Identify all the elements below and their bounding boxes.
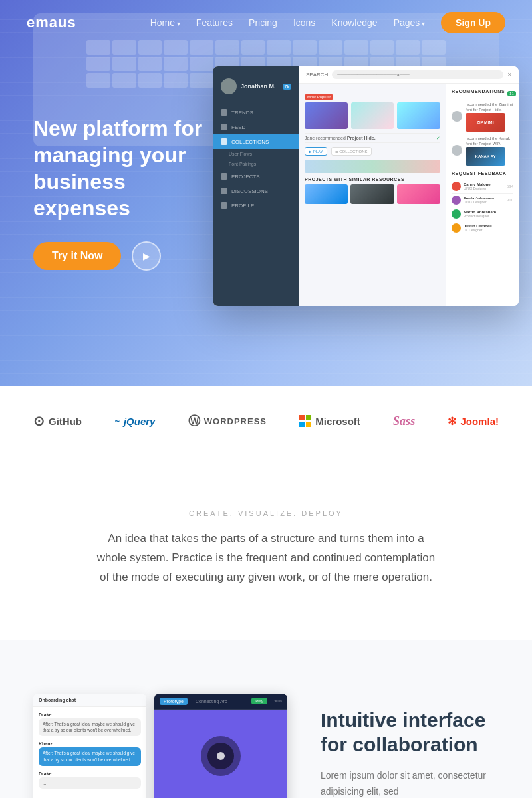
profile-icon: [221, 202, 227, 209]
feedback-title: REQUEST FEEDBACK: [452, 171, 513, 176]
proto-tab-prototype[interactable]: Prototype: [160, 698, 188, 705]
rec-avatar-2: [452, 145, 462, 156]
play-action-button[interactable]: ▶ PLAY: [305, 147, 327, 156]
hero-content: New platform for managing your business …: [0, 115, 213, 271]
projects-icon: [221, 173, 227, 180]
proj-card-2[interactable]: [350, 184, 394, 204]
collections-action-button[interactable]: ☰ COLLECTIONS: [331, 147, 372, 156]
brand-label: jQuery: [124, 416, 156, 427]
brand-github: ⊙ GitHub: [33, 413, 82, 429]
close-icon[interactable]: ✕: [507, 72, 512, 78]
chat-sender-1: Drake: [39, 712, 141, 717]
mockup-right-panel: RECOMMENDATIONS 11 recommended the Ziami…: [446, 84, 519, 306]
nav-icons[interactable]: Icons: [293, 17, 315, 28]
collab-mockups: Onboarding chat Drake After: That's a gr…: [33, 694, 287, 798]
recommendations-header: RECOMMENDATIONS 11: [452, 89, 513, 98]
card-grid: [305, 102, 440, 129]
feedback-section: REQUEST FEEDBACK Danny Malone UI/UX Desi…: [452, 171, 513, 235]
nav-features[interactable]: Features: [196, 17, 233, 28]
brand-label: Microsoft: [315, 416, 360, 427]
features-description: An idea that takes the parts of a struct…: [93, 529, 439, 587]
signup-button[interactable]: Sign Up: [441, 12, 505, 33]
search-bar[interactable]: ──────────────────●───: [332, 70, 503, 79]
chat-sender-3: Drake: [39, 771, 141, 776]
trends-icon: [221, 109, 227, 116]
feedback-avatar-2: [452, 196, 461, 205]
nav-pages[interactable]: Pages: [394, 17, 425, 28]
brand-sass: Sass: [393, 414, 415, 428]
brand-microsoft: Microsoft: [299, 415, 360, 427]
proto-circle: [201, 736, 241, 776]
mockup-sidebar: Jonathan M. 7k TRENDS FEED COLLECTIONS U…: [213, 66, 299, 306]
chat-sender-2: Khanz: [39, 741, 141, 746]
collab-text: Intuitive interface for collaboration Lo…: [321, 708, 499, 798]
nav-home[interactable]: Home: [150, 17, 180, 28]
action-buttons: ▶ PLAY ☰ COLLECTIONS: [305, 147, 440, 156]
proto-play-button[interactable]: Play: [251, 698, 267, 704]
proj-card-3[interactable]: [397, 184, 440, 204]
proto-body: [154, 710, 287, 798]
proj-card-1[interactable]: [305, 184, 348, 204]
sidebar-item-discussions[interactable]: DISCUSSIONS: [213, 184, 299, 198]
card-2[interactable]: [351, 102, 394, 129]
brand-label: GitHub: [49, 416, 82, 427]
wordpress-icon: Ⓦ: [188, 413, 200, 429]
sidebar-sub-userflows[interactable]: User Flows: [213, 149, 299, 159]
nav-pricing[interactable]: Pricing: [249, 17, 277, 28]
mockup-main: SEARCH ──────────────────●─── ✕ Most Pop…: [299, 66, 519, 306]
card-1[interactable]: [305, 102, 348, 129]
sidebar-item-label: DISCUSSIONS: [231, 188, 268, 194]
sidebar-item-profile[interactable]: PROFILE: [213, 198, 299, 213]
sidebar-sub-fontpairings[interactable]: Font Pairings: [213, 159, 299, 169]
proto-percentage: 30%: [274, 699, 282, 703]
rec-item-1: recommended the Ziamimi font for Project…: [452, 102, 513, 132]
feedback-item-3: Martin Abbraham Product Designer: [452, 207, 513, 221]
sidebar-badge: 7k: [283, 84, 291, 90]
feedback-avatar-1: [452, 182, 461, 191]
proto-header: Prototype Connecting Arc Play 30%: [154, 694, 287, 710]
sidebar-item-label: PROFILE: [231, 203, 254, 209]
feedback-role-4: UX Designer: [464, 228, 513, 232]
sidebar-item-collections[interactable]: COLLECTIONS: [213, 134, 299, 149]
mockup-content: Most Popular Jane recommended Project Hi…: [299, 84, 519, 306]
search-label: SEARCH: [306, 72, 328, 78]
feedback-avatar-4: [452, 223, 461, 233]
similar-projects-label: Projects with Similar Resources: [305, 177, 440, 182]
sidebar-item-label: FEED: [231, 124, 245, 130]
collab-description: Lorem ipsum dolor sit amet, consectetur …: [321, 768, 499, 798]
app-mockup: Jonathan M. 7k TRENDS FEED COLLECTIONS U…: [213, 66, 519, 306]
jane-recommendation: Jane recommended Project Hide.: [305, 136, 376, 140]
feedback-num-1: 534: [507, 184, 513, 188]
try-now-button[interactable]: Try it Now: [33, 242, 121, 270]
joomla-icon: ✻: [448, 415, 456, 428]
feedback-item-1: Danny Malone UI/UX Designer 534: [452, 180, 513, 194]
card-3[interactable]: [397, 102, 440, 129]
rec-thumb-1: ZIAMIMI: [466, 113, 505, 132]
svg-rect-0: [299, 415, 305, 420]
rec-item-2: recommended the Kanak font for Project W…: [452, 136, 513, 166]
sidebar-header: Jonathan M. 7k: [213, 73, 299, 100]
play-button[interactable]: ▶: [132, 241, 161, 271]
chat-message-1: Drake After: That's a great idea, maybe …: [39, 712, 141, 737]
feedback-role-3: Product Designer: [464, 214, 513, 218]
nav-knowledge[interactable]: Knowledge: [331, 17, 377, 28]
chat-bubble-2: After: That's a great idea, maybe we sho…: [39, 747, 141, 766]
recommendations-title: RECOMMENDATIONS: [452, 89, 505, 94]
checkmark-icon: ✓: [436, 136, 440, 141]
chat-bubble-1: After: That's a great idea, maybe we sho…: [39, 718, 141, 737]
brand-label: Joomla!: [460, 416, 499, 427]
brands-section: ⊙ GitHub ~ jQuery Ⓦ WordPress Microsoft …: [0, 386, 532, 456]
chat-bubble-3: ...: [39, 777, 141, 789]
sidebar-item-label: PROJECTS: [231, 174, 260, 180]
rec-avatar-1: [452, 111, 462, 122]
sidebar-item-feed[interactable]: FEED: [213, 120, 299, 134]
sidebar-item-projects[interactable]: PROJECTS: [213, 169, 299, 184]
logo[interactable]: emaus: [27, 14, 76, 31]
proto-tab-connecting[interactable]: Connecting Arc: [192, 698, 231, 705]
sidebar-username: Jonathan M.: [241, 83, 276, 90]
play-icon: ▶: [143, 251, 150, 261]
sidebar-item-trends[interactable]: TRENDS: [213, 105, 299, 120]
brand-label: WordPress: [204, 416, 267, 426]
svg-rect-3: [306, 422, 311, 427]
feedback-role-1: UI/UX Designer: [464, 186, 504, 190]
